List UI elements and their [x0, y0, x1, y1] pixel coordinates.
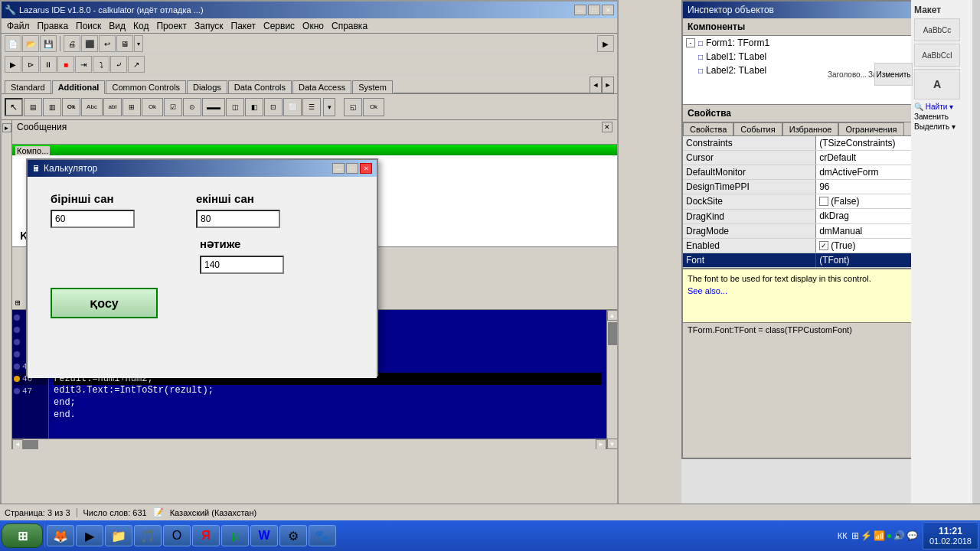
tab-standard[interactable]: Standard — [5, 80, 51, 93]
tb-dropdown-btn[interactable]: ▾ — [134, 35, 143, 52]
ide-minimize-btn[interactable]: — — [574, 5, 586, 15]
menu-view[interactable]: Вид — [105, 20, 129, 32]
comp-btn4[interactable]: ▬▬ — [202, 98, 225, 116]
comp-radio-btn[interactable]: Ok — [142, 98, 163, 116]
taskbar-item-music[interactable]: 🎵 — [134, 525, 162, 546]
tb-step4-btn[interactable]: ↗ — [128, 56, 145, 73]
prop-tab-props[interactable]: Свойства — [683, 122, 733, 135]
menu-help[interactable]: Справка — [328, 20, 371, 32]
prop-tab-fav[interactable]: Избранное — [782, 122, 839, 135]
menu-window[interactable]: Окно — [299, 20, 328, 32]
taskbar-item-folder[interactable]: 📁 — [105, 525, 132, 546]
comp-small2[interactable]: Ok — [363, 98, 384, 116]
menu-search[interactable]: Поиск — [72, 20, 105, 32]
menu-code[interactable]: Код — [129, 20, 152, 32]
tb-right-btn[interactable]: ▶ — [597, 35, 614, 52]
hscroll-thumb[interactable] — [23, 440, 38, 449]
calc-result-input[interactable] — [200, 256, 284, 274]
comp-btn1[interactable]: ▤ — [24, 98, 42, 116]
prop-tab-constraints[interactable]: Ограничения — [838, 122, 903, 135]
comp-btn6[interactable]: ◧ — [245, 98, 263, 116]
hscroll-left-btn[interactable]: ◄ — [12, 439, 23, 450]
tb-pause-btn[interactable]: ⏸ — [40, 56, 57, 73]
taskbar-item-firefox[interactable]: 🦊 — [47, 525, 74, 546]
menu-project[interactable]: Проект — [152, 20, 191, 32]
calc-input1[interactable] — [51, 210, 135, 228]
menu-package[interactable]: Пакет — [227, 20, 260, 32]
tb-run-btn[interactable]: ▶ — [5, 56, 21, 73]
tray-icon4: ● — [887, 530, 892, 541]
tb-step-btn[interactable]: ⇥ — [75, 56, 92, 73]
calc-maximize-btn[interactable]: □ — [346, 163, 358, 174]
tb-stop-btn[interactable]: ■ — [57, 56, 74, 73]
word-change-btn[interactable]: Изменить — [874, 63, 913, 86]
comp-cursor[interactable]: ↖ — [5, 98, 23, 116]
calc-add-button[interactable]: қосу — [51, 288, 158, 318]
find-btn[interactable]: 🔍 Найти ▾ — [914, 103, 969, 111]
status-page: Страница: 3 из 3 — [5, 508, 70, 517]
tb-btn7[interactable]: 🖥 — [116, 35, 133, 52]
left-arrow[interactable]: ► — [2, 123, 11, 132]
hscroll-right-btn[interactable]: ► — [596, 439, 606, 450]
comp-edit-btn[interactable]: abI — [103, 98, 122, 116]
comp-btn2[interactable]: ▥ — [43, 98, 61, 116]
prop-tab-events[interactable]: События — [733, 122, 782, 135]
code-scrollbar[interactable]: ▲ ▼ — [606, 310, 617, 449]
taskbar-item-gear[interactable]: ⚙ — [279, 525, 307, 546]
palette-expand-btn[interactable]: ▾ — [323, 98, 335, 116]
tb-save-btn[interactable]: 💾 — [40, 35, 57, 52]
comp-small1[interactable]: ◱ — [344, 98, 362, 116]
tab-data-access[interactable]: Data Access — [292, 80, 351, 93]
tb-open-btn[interactable]: 📂 — [22, 35, 39, 52]
comp-btn7[interactable]: ⊡ — [264, 98, 283, 116]
tb-btn4[interactable]: 🖨 — [64, 35, 80, 52]
tab-data-controls[interactable]: Data Controls — [228, 80, 292, 93]
tb-btn5[interactable]: ⬛ — [81, 35, 98, 52]
comp-btn8[interactable]: ⬜ — [283, 98, 302, 116]
comp-check-btn[interactable]: ☑ — [164, 98, 182, 116]
comp-text-btn[interactable]: Abc — [81, 98, 103, 116]
scroll-thumb[interactable] — [608, 322, 617, 345]
comp-radio2-btn[interactable]: ⊙ — [183, 98, 201, 116]
taskbar-item-media[interactable]: ▶ — [76, 525, 103, 546]
palette-components: ↖ ▤ ▥ Ok Abc abI ⊞ Ok ☑ ⊙ ▬▬ ◫ ◧ ⊡ ⬜ ☰ ▾… — [2, 94, 617, 120]
palette-arrow-right[interactable]: ► — [602, 77, 614, 93]
ide-close-btn[interactable]: ✕ — [602, 5, 614, 15]
messages-close-btn[interactable]: ✕ — [602, 122, 612, 132]
calculator-dialog[interactable]: 🖩 Калькулятор — □ ✕ бірінші сан — [26, 158, 378, 377]
tab-dialogs[interactable]: Dialogs — [187, 80, 227, 93]
taskbar-item-paw[interactable]: 🐾 — [309, 525, 336, 546]
taskbar-item-yandex[interactable]: Я — [192, 525, 220, 546]
tb-run2-btn[interactable]: ⊳ — [22, 56, 39, 73]
tb-new-btn[interactable]: 📄 — [5, 35, 21, 52]
code-hscrollbar[interactable]: ◄ ► — [12, 439, 606, 449]
calc-input2[interactable] — [196, 210, 280, 228]
tab-additional[interactable]: Additional — [52, 80, 106, 94]
comp-btn9[interactable]: ☰ — [302, 98, 321, 116]
calc-close-btn[interactable]: ✕ — [360, 163, 372, 174]
comp-ok-btn[interactable]: Ok — [62, 98, 80, 116]
menu-file[interactable]: Файл — [3, 20, 34, 32]
taskbar-item-opera[interactable]: O — [163, 525, 191, 546]
start-button[interactable]: ⊞ — [2, 523, 43, 548]
scroll-up-btn[interactable]: ▲ — [607, 310, 618, 321]
menu-service[interactable]: Сервис — [260, 20, 299, 32]
select-btn[interactable]: Выделить ▾ — [914, 122, 969, 131]
scroll-down-btn[interactable]: ▼ — [607, 439, 618, 449]
calc-label2: екінші сан — [196, 192, 280, 205]
taskbar-item-word[interactable]: W — [250, 525, 278, 546]
tb-step2-btn[interactable]: ⤵ — [93, 56, 109, 73]
palette-arrow-left[interactable]: ◄ — [590, 77, 602, 93]
replace-btn[interactable]: Заменить — [914, 112, 969, 121]
tb-btn6[interactable]: ↩ — [99, 35, 116, 52]
tb-step3-btn[interactable]: ⤶ — [110, 56, 127, 73]
tab-common-controls[interactable]: Common Controls — [106, 80, 186, 93]
comp-btn5[interactable]: ◫ — [226, 98, 244, 116]
taskbar-item-torrent[interactable]: μ — [221, 525, 249, 546]
menu-edit[interactable]: Правка — [34, 20, 73, 32]
comp-btn3[interactable]: ⊞ — [122, 98, 141, 116]
calc-minimize-btn[interactable]: — — [332, 163, 345, 174]
ide-maximize-btn[interactable]: □ — [588, 5, 600, 15]
tab-system[interactable]: System — [352, 80, 393, 93]
menu-run[interactable]: Запуск — [191, 20, 227, 32]
